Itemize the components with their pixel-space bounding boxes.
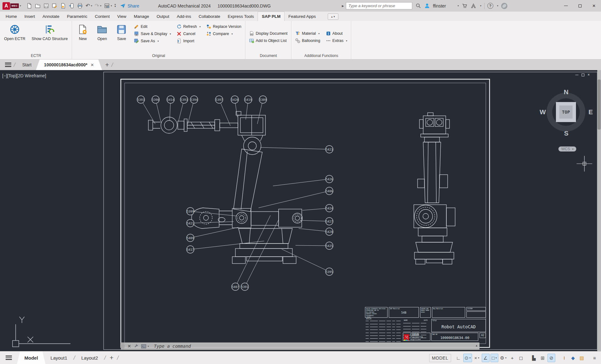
status-menu-icon[interactable]: ≡ (591, 354, 598, 362)
app-store-cart-icon[interactable] (462, 3, 468, 9)
search-icon[interactable] (415, 3, 421, 9)
new-layout-button[interactable]: + (110, 354, 113, 361)
viewport-controls[interactable]: [−][Top][2D Wireframe] (2, 73, 46, 78)
about-button[interactable]: About (325, 30, 348, 37)
show-cad-structure-button[interactable]: Show CAD Structure (30, 23, 69, 42)
doc-close-icon[interactable]: × (588, 73, 590, 77)
viewcube-face[interactable]: TOP (556, 102, 576, 122)
block-lock-icon[interactable]: ⊞ (539, 354, 547, 362)
user-avatar-icon[interactable] (424, 3, 430, 9)
minimize-button[interactable] (559, 0, 573, 12)
save-display-button[interactable]: Save & Display▾ (133, 31, 172, 37)
attachment-lock-icon[interactable]: ⊘ (547, 354, 555, 362)
file-tab-start[interactable]: Start (18, 59, 36, 70)
drawing-canvas[interactable]: 5393539854145393539453975428541953895423… (0, 70, 601, 351)
scrollbar-thumb[interactable] (598, 79, 601, 130)
layout-tab-model[interactable]: Model (17, 351, 45, 364)
menu-tab-add-ins[interactable]: Add-ins (173, 12, 195, 21)
share-mobile-icon[interactable] (68, 2, 75, 9)
menu-tab-insert[interactable]: Insert (21, 12, 39, 21)
object-snap-icon[interactable]: □▾ (491, 354, 498, 362)
help-caret-icon[interactable]: ▾ (497, 4, 498, 7)
menu-tab-annotate[interactable]: Annotate (39, 12, 63, 21)
new-drawing-tab-button[interactable]: + (105, 61, 109, 69)
search-input[interactable] (346, 2, 412, 9)
layout-menu-icon[interactable] (6, 356, 12, 360)
connect-icon[interactable] (501, 3, 507, 9)
command-input[interactable]: Type a command (154, 344, 191, 349)
ballooning-button[interactable]: Ballooning (294, 38, 321, 44)
import-button[interactable]: Import (175, 38, 202, 44)
add-to-object-list-button[interactable]: Add to Object List (248, 38, 289, 44)
new-file-icon[interactable] (25, 2, 33, 9)
isolate-objects-icon[interactable]: ◻ (517, 354, 525, 362)
object-snap-tracking-icon[interactable]: ×▾ (473, 354, 481, 362)
layout-tab-layout2[interactable]: Layout2 (76, 351, 103, 364)
new-button[interactable]: New (74, 23, 91, 42)
polar-tracking-icon[interactable]: ∠ (482, 354, 490, 362)
menu-tab-output[interactable]: Output (153, 12, 173, 21)
annotation-scale-icon[interactable]: I (560, 354, 568, 362)
menu-tab-collaborate[interactable]: Collaborate (195, 12, 224, 21)
crosshair-icon[interactable]: + (508, 354, 516, 362)
viewcube-west[interactable]: W (540, 108, 546, 116)
save-as-button[interactable]: Save As▾ (133, 38, 172, 44)
menu-tab-featured-apps[interactable]: Featured Apps (285, 12, 320, 21)
menu-tab-view[interactable]: View (113, 12, 130, 21)
display-document-button[interactable]: Display Document (248, 30, 289, 37)
wcs-dropdown[interactable]: WCS ▾ (558, 146, 576, 151)
user-menu-caret-icon[interactable]: ▾ (458, 4, 459, 7)
replace-version-button[interactable]: Replace Version (205, 23, 243, 30)
menu-tab-express-tools[interactable]: Express Tools (224, 12, 258, 21)
layout-tab-layout1[interactable]: Layout1 (45, 351, 72, 364)
open-file-icon[interactable] (34, 2, 42, 9)
graphics-performance-icon[interactable]: ◆ (569, 354, 577, 362)
workspace-gear-icon[interactable]: ⚙▾ (499, 354, 507, 362)
open-button[interactable]: Open (94, 23, 110, 42)
edit-button[interactable]: Edit (133, 23, 172, 30)
command-history-up-icon[interactable]: ▲ (475, 344, 478, 347)
doc-restore-icon[interactable] (582, 74, 584, 76)
autodesk-menu-caret-icon[interactable]: ▾ (480, 4, 481, 7)
file-tab-active[interactable]: 10000018634acd000*✕ (36, 59, 102, 70)
vertical-scrollbar[interactable] (597, 70, 601, 351)
ribbon-collapse-button[interactable]: ▴▾ (328, 13, 338, 20)
model-space-indicator[interactable]: MODEL (429, 354, 451, 362)
doc-minimize-icon[interactable] (575, 75, 578, 75)
command-drag-handle[interactable]: ⋮⋮ (121, 343, 124, 350)
close-tab-icon[interactable]: ✕ (90, 63, 94, 67)
save-button[interactable]: Save (113, 23, 130, 42)
search-flyout-icon[interactable]: ▶ (342, 4, 344, 8)
menu-tab-sap-plm[interactable]: SAP PLM (258, 12, 285, 21)
material-button[interactable]: Material▾ (294, 30, 321, 37)
command-prompt-icon[interactable]: >_ (141, 344, 146, 348)
viewcube-east[interactable]: E (588, 108, 593, 116)
viewcube-south[interactable]: S (564, 130, 568, 137)
qat-menu-icon[interactable]: ▾ (114, 3, 117, 8)
restore-button[interactable] (573, 0, 587, 12)
blocks-icon[interactable]: ▙ (530, 354, 538, 362)
refresh-button[interactable]: Refresh▾ (175, 23, 202, 30)
compare-button[interactable]: Compare▾ (205, 31, 243, 37)
plot-icon[interactable] (59, 2, 67, 9)
workspace-switch-icon[interactable]: ▾ (103, 2, 113, 9)
help-icon[interactable]: ? (487, 3, 493, 9)
cancel-button[interactable]: Cancel (175, 31, 202, 37)
menu-tab-parametric[interactable]: Parametric (63, 12, 91, 21)
command-line[interactable]: ⋮⋮ ✕ >_ ▾ Type a command ▲ (121, 342, 480, 350)
undo-icon[interactable]: ↶▾ (85, 3, 93, 9)
extras-button[interactable]: Extras▾ (325, 38, 348, 44)
autodesk-a-icon[interactable] (470, 3, 476, 9)
menu-tab-content[interactable]: Content (91, 12, 113, 21)
share-button[interactable]: Share (120, 3, 139, 9)
customize-wrench-icon[interactable] (134, 344, 139, 349)
save-icon[interactable] (42, 2, 50, 9)
menu-tab-home[interactable]: Home (2, 12, 21, 21)
app-menu-button[interactable]: A MEC ▾ (3, 2, 21, 10)
grid-display-icon[interactable]: ∟ (455, 354, 462, 362)
snap-mode-icon[interactable]: ⊙▾ (463, 354, 472, 362)
viewcube-north[interactable]: N (564, 88, 568, 96)
print-icon[interactable] (76, 2, 84, 9)
viewcube-top-label[interactable]: TOP (559, 105, 573, 119)
file-tab-menu-icon[interactable] (5, 63, 11, 67)
